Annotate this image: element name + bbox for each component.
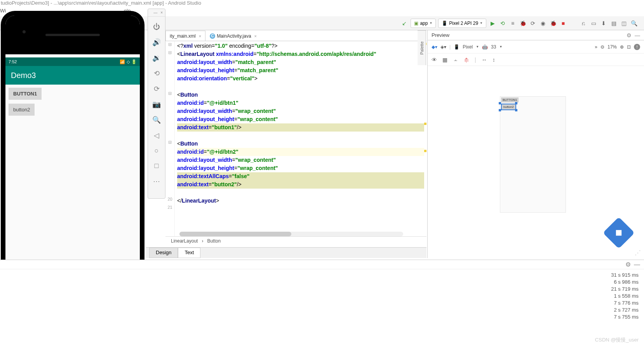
- battery-icon: 🔋: [131, 59, 137, 64]
- preview-button2-selected[interactable]: button2: [501, 104, 516, 110]
- rotate-left-icon[interactable]: ⟲: [154, 69, 160, 78]
- zoom-fit-icon[interactable]: ⊡: [627, 44, 631, 50]
- run-config-label: app: [420, 21, 428, 26]
- selection-handle[interactable]: [499, 109, 501, 111]
- zoom-in-icon[interactable]: ⊕: [620, 44, 624, 50]
- run-menu-icon[interactable]: ≡: [509, 19, 517, 27]
- orientation-icon[interactable]: ◈▾: [440, 44, 446, 50]
- overview-icon[interactable]: □: [155, 162, 159, 170]
- run-icon[interactable]: ▶: [489, 19, 496, 27]
- line-number: 21: [167, 205, 172, 213]
- emulator-button1[interactable]: BUTTON1: [9, 88, 42, 100]
- sync-icon[interactable]: ↙: [400, 19, 408, 27]
- blueprint-icon[interactable]: ▦: [442, 57, 447, 63]
- code-area[interactable]: <?xml version="1.0" encoding="utf-8"?><L…: [175, 41, 426, 236]
- resource-icon[interactable]: ◫: [620, 19, 628, 27]
- expand-h-icon[interactable]: ↔: [482, 57, 487, 63]
- device-icon: 📱: [454, 44, 460, 50]
- log-body: 31 s 915 ms6 s 986 ms21 s 719 ms1 s 558 …: [0, 269, 644, 323]
- breadcrumb-item[interactable]: Button: [207, 238, 221, 244]
- volume-up-icon[interactable]: 🔊: [152, 38, 161, 47]
- rotate-right-icon[interactable]: ⟳: [154, 85, 160, 93]
- gear-icon[interactable]: ⚙: [625, 261, 631, 268]
- tab-main-activity-java[interactable]: C MainActivity.java ×: [205, 31, 261, 41]
- phone-status-bar: 7:52 📶 ◇ 🔋: [5, 57, 140, 66]
- menu-fragment[interactable]: Wi: [0, 8, 6, 14]
- breadcrumb-sep: ›: [202, 238, 203, 244]
- back-icon[interactable]: ◁: [154, 131, 159, 140]
- close-icon[interactable]: ×: [199, 34, 201, 38]
- emulator-toolbar: — × ⏻ 🔊 🔉 ⟲ ⟳ 📷 🔍 ◁ ○ □ ⋯: [148, 9, 165, 199]
- preview-toolbar2: 👁 ▦ ⫠ ⫛ | ↔ ↕: [428, 54, 644, 66]
- volume-down-icon[interactable]: 🔉: [152, 54, 161, 62]
- status-time: 7:52: [9, 59, 17, 64]
- minimize-icon[interactable]: —: [635, 32, 640, 38]
- caret-icon: ▼: [480, 21, 483, 25]
- resize-handle[interactable]: ⋰: [635, 249, 641, 257]
- profile-icon[interactable]: ◉: [539, 19, 547, 27]
- margin-icon[interactable]: ⫛: [464, 57, 469, 63]
- selection-handle[interactable]: [515, 102, 517, 104]
- warnings-icon[interactable]: !: [634, 44, 640, 50]
- avd-icon[interactable]: ▭: [590, 19, 597, 27]
- tab-activity-main-xml[interactable]: ity_main.xml ×: [165, 31, 205, 41]
- android-icon: 🤖: [482, 44, 488, 50]
- close-icon[interactable]: ×: [254, 34, 257, 38]
- expand-v-icon[interactable]: ↕: [493, 57, 495, 63]
- wifi-icon: 📶: [120, 59, 125, 64]
- selection-handle[interactable]: [515, 109, 517, 111]
- tab-design[interactable]: Design: [149, 248, 178, 258]
- build-log-panel: ⚙ — 31 s 915 ms6 s 986 ms21 s 719 ms1 s …: [0, 260, 644, 345]
- apply-changes-icon[interactable]: ⟲: [499, 19, 506, 27]
- phone-bezel-top: [5, 16, 140, 54]
- tab-text[interactable]: Text: [178, 248, 200, 258]
- preview-panel: Palette Preview ⚙ — ◆▾ ◈▾ | 📱 Pixel▼ 🤖 3…: [427, 30, 644, 258]
- home-icon[interactable]: ○: [155, 147, 159, 155]
- zoom-level: 17%: [607, 44, 617, 50]
- structure-icon[interactable]: ▤: [610, 19, 618, 27]
- phone-content: BUTTON1 button2: [5, 85, 140, 278]
- phone-icon: 📱: [442, 21, 447, 26]
- api-select[interactable]: 33: [491, 44, 496, 50]
- code-editor[interactable]: ⊟⊟ ⊟ ⊟ 20 21 <?xml version="1.0" encodin…: [165, 41, 426, 236]
- coverage-icon[interactable]: ⟳: [529, 19, 537, 27]
- selection-handle[interactable]: [499, 102, 501, 104]
- close-icon[interactable]: ×: [160, 10, 163, 15]
- attach-debugger-icon[interactable]: 🐞: [549, 19, 557, 27]
- zoom-icon[interactable]: 🔍: [152, 116, 161, 124]
- editor-tabs: ity_main.xml × C MainActivity.java ×: [165, 30, 426, 41]
- minimize-icon[interactable]: —: [153, 10, 157, 15]
- tab-label: MainActivity.java: [217, 33, 251, 39]
- debug-icon[interactable]: 🐞: [519, 19, 527, 27]
- horizontal-scrollbar[interactable]: [179, 232, 403, 236]
- breadcrumb-item[interactable]: LinearLayout: [171, 238, 198, 244]
- search-icon[interactable]: 🔍: [630, 19, 638, 27]
- phone-speaker: [45, 34, 100, 36]
- title-bar: tudioProjects\Demo3] - ...\app\src\main\…: [0, 0, 644, 8]
- gutter: ⊟⊟ ⊟ ⊟ 20 21: [165, 41, 175, 236]
- emulator-window-controls: — ×: [148, 9, 165, 17]
- power-icon[interactable]: ⏻: [153, 23, 160, 31]
- eye-icon[interactable]: 👁: [432, 57, 437, 63]
- gear-icon[interactable]: ⚙: [627, 32, 632, 38]
- more-icon[interactable]: »: [595, 44, 597, 50]
- run-config-dropdown[interactable]: ▣ app ▼: [411, 19, 436, 28]
- sdk-icon[interactable]: ⬇: [600, 19, 607, 27]
- emulator-button2[interactable]: button2: [9, 104, 35, 116]
- layout-editor-tabs: Design Text: [146, 247, 426, 258]
- palette-tab[interactable]: Palette: [418, 30, 426, 65]
- device-select[interactable]: Pixel: [463, 44, 473, 50]
- guideline-icon[interactable]: ⫠: [453, 57, 458, 63]
- stop-icon[interactable]: ■: [559, 19, 567, 27]
- watermark: CSDN @慢慢_user: [595, 336, 639, 343]
- preview-toolbar: ◆▾ ◈▾ | 📱 Pixel▼ 🤖 33▼ » ⊖ 17% ⊕ ⊡ !: [428, 40, 644, 54]
- minimize-icon[interactable]: —: [634, 261, 640, 268]
- preview-title: Preview: [432, 32, 449, 38]
- git-icon[interactable]: ⎌: [580, 19, 587, 27]
- zoom-out-icon[interactable]: ⊖: [600, 44, 604, 50]
- phone-camera: [23, 30, 26, 33]
- camera-icon[interactable]: 📷: [152, 100, 161, 109]
- surface-icon[interactable]: ◆▾: [432, 44, 437, 50]
- device-dropdown[interactable]: 📱 Pixel 2 API 29 ▼: [438, 19, 486, 28]
- more-icon[interactable]: ⋯: [153, 177, 160, 186]
